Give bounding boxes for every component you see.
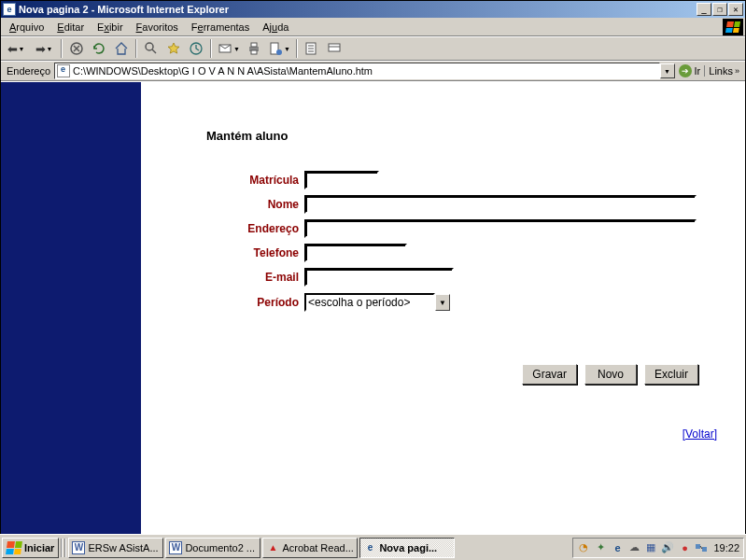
taskbar: Iniciar W ERSw ASistA... W Documento2 ..… bbox=[0, 534, 746, 560]
address-label: Endereço bbox=[3, 65, 54, 77]
ie-icon: e bbox=[3, 3, 16, 16]
go-icon: ➔ bbox=[679, 64, 692, 77]
svg-line-4 bbox=[152, 49, 156, 53]
discuss-button[interactable] bbox=[302, 38, 322, 59]
start-button[interactable]: Iniciar bbox=[2, 538, 59, 558]
tray-icon-8[interactable] bbox=[695, 541, 708, 554]
svg-rect-8 bbox=[251, 43, 257, 47]
word-icon: W bbox=[72, 541, 85, 554]
favorites-button[interactable] bbox=[163, 38, 184, 59]
acrobat-icon: ▲ bbox=[266, 541, 279, 554]
input-nome[interactable] bbox=[304, 195, 697, 214]
windows-start-icon bbox=[6, 541, 22, 554]
svg-rect-16 bbox=[329, 44, 340, 51]
page-icon bbox=[57, 64, 70, 77]
taskbar-item-acrobat[interactable]: ▲ Acrobat Read... bbox=[262, 538, 358, 558]
select-periodo-value: <escolha o período> bbox=[304, 293, 435, 312]
label-nome: Nome bbox=[160, 198, 304, 211]
menu-exibir[interactable]: Exibir bbox=[91, 20, 130, 35]
minimize-button[interactable]: _ bbox=[697, 3, 711, 16]
ie-icon: e bbox=[363, 541, 376, 554]
sidebar-blue bbox=[1, 82, 141, 539]
chevron-down-icon[interactable]: ▼ bbox=[435, 294, 450, 311]
input-endereco[interactable] bbox=[304, 219, 697, 238]
messenger-button[interactable] bbox=[324, 38, 345, 59]
address-input[interactable]: C:\WINDOWS\Desktop\G I O V A N N A\ASist… bbox=[54, 63, 659, 79]
tray-icon-6[interactable]: 🔊 bbox=[661, 541, 674, 554]
svg-rect-22 bbox=[696, 544, 700, 549]
tray-icon-4[interactable]: ☁ bbox=[627, 541, 640, 554]
menu-arquivo[interactable]: Arquivo bbox=[3, 20, 50, 35]
input-telefone[interactable] bbox=[304, 244, 407, 262]
history-button[interactable] bbox=[186, 38, 206, 59]
label-matricula: Matrícula bbox=[160, 174, 304, 187]
links-section[interactable]: Links » bbox=[704, 65, 743, 77]
taskbar-item-word2[interactable]: W Documento2 ... bbox=[165, 538, 260, 558]
form-area: Mantém aluno Matrícula Nome Endereço Tel… bbox=[141, 82, 745, 539]
address-dropdown-button[interactable]: ▼ bbox=[660, 63, 675, 78]
gravar-button[interactable]: Gravar bbox=[522, 364, 577, 385]
titlebar: e Nova pagina 2 - Microsoft Internet Exp… bbox=[1, 1, 745, 18]
svg-line-24 bbox=[700, 546, 702, 549]
svg-rect-9 bbox=[251, 50, 257, 54]
ie-window: e Nova pagina 2 - Microsoft Internet Exp… bbox=[0, 0, 746, 558]
search-button[interactable] bbox=[141, 38, 162, 59]
edit-button[interactable]: ▼ bbox=[266, 38, 292, 59]
input-matricula[interactable] bbox=[304, 171, 379, 189]
taskbar-item-ie-active[interactable]: e Nova pagi... bbox=[359, 538, 455, 558]
menu-favoritos[interactable]: Favoritos bbox=[130, 20, 185, 35]
svg-rect-23 bbox=[702, 547, 707, 552]
close-button[interactable]: ✕ bbox=[728, 3, 743, 16]
excluir-button[interactable]: Excluir bbox=[644, 364, 698, 385]
forward-button[interactable]: ➡▼ bbox=[31, 38, 57, 59]
label-periodo: Período bbox=[160, 296, 304, 309]
tray-icon-7[interactable]: ● bbox=[678, 541, 691, 554]
voltar-link[interactable]: [Voltar] bbox=[683, 427, 717, 441]
menubar: Arquivo Editar Exibir Favoritos Ferramen… bbox=[1, 18, 745, 36]
tray-icon-1[interactable]: ◔ bbox=[577, 541, 590, 554]
print-button[interactable] bbox=[244, 38, 264, 59]
menu-editar[interactable]: Editar bbox=[50, 20, 91, 35]
novo-button[interactable]: Novo bbox=[584, 364, 637, 385]
address-value: C:\WINDOWS\Desktop\G I O V A N N A\ASist… bbox=[73, 65, 373, 77]
tray-icon-5[interactable]: ▦ bbox=[644, 541, 657, 554]
home-button[interactable] bbox=[111, 38, 132, 59]
systray: ◔ ✦ e ☁ ▦ 🔊 ● 19:22 bbox=[572, 538, 744, 558]
label-email: E-mail bbox=[160, 271, 304, 284]
refresh-button[interactable] bbox=[89, 38, 109, 59]
addressbar: Endereço C:\WINDOWS\Desktop\G I O V A N … bbox=[1, 61, 745, 81]
page-content: Mantém aluno Matrícula Nome Endereço Tel… bbox=[1, 81, 745, 539]
svg-point-11 bbox=[276, 49, 282, 55]
restore-button[interactable]: ❐ bbox=[712, 3, 727, 16]
tray-icon-3[interactable]: e bbox=[611, 541, 624, 554]
label-telefone: Telefone bbox=[160, 246, 304, 259]
page-title: Mantém aluno bbox=[206, 129, 726, 143]
toolbar: ⬅▼ ➡▼ ▼ ▼ bbox=[1, 36, 745, 61]
clock[interactable]: 19:22 bbox=[711, 542, 739, 553]
select-periodo[interactable]: <escolha o período> ▼ bbox=[304, 292, 450, 313]
back-button[interactable]: ⬅▼ bbox=[3, 38, 29, 59]
label-endereco: Endereço bbox=[160, 222, 304, 235]
menu-ferramentas[interactable]: Ferramentas bbox=[185, 20, 256, 35]
svg-point-3 bbox=[146, 43, 153, 50]
stop-button[interactable] bbox=[66, 38, 87, 59]
input-email[interactable] bbox=[304, 268, 454, 287]
taskbar-item-word1[interactable]: W ERSw ASistA... bbox=[68, 538, 163, 558]
tray-icon-2[interactable]: ✦ bbox=[594, 541, 607, 554]
menu-ajuda[interactable]: Ajuda bbox=[256, 20, 295, 35]
mail-button[interactable]: ▼ bbox=[216, 38, 242, 59]
word-icon: W bbox=[169, 541, 182, 554]
window-title: Nova pagina 2 - Microsoft Internet Explo… bbox=[19, 4, 697, 15]
go-button[interactable]: ➔ Ir bbox=[675, 64, 705, 77]
windows-logo-icon bbox=[723, 19, 743, 35]
